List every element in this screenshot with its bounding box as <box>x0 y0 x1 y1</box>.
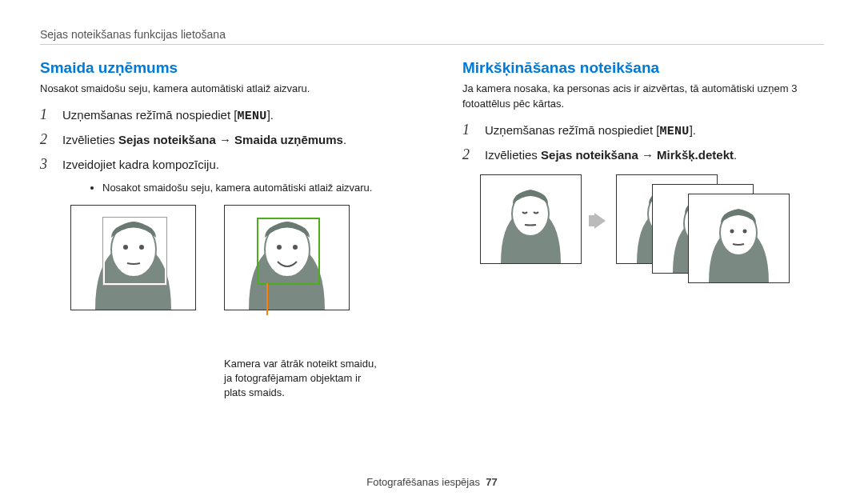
heading-smile: Smaida uzņēmums <box>40 59 414 77</box>
intro-blink: Ja kamera nosaka, ka personas acis ir ai… <box>462 82 824 112</box>
divider-line <box>40 44 824 45</box>
face-thumb-smiling <box>224 205 350 310</box>
step-1-text: Uzņemšanas režīmā nospiediet [MENU]. <box>62 108 274 123</box>
breadcrumb: Sejas noteikšanas funkcijas lietošana <box>40 28 824 41</box>
face-illustration <box>689 194 789 282</box>
callout-pointer-line <box>266 283 268 315</box>
column-blink-detect: Mirkšķināšanas noteikšana Ja kamera nosa… <box>462 59 824 401</box>
image-caption: Kamera var ātrāk noteikt smaidu, ja foto… <box>224 357 384 401</box>
step-3-text: Izveidojiet kadra kompozīciju. <box>62 158 219 171</box>
svg-point-21 <box>743 229 747 233</box>
smile-detect-frame <box>257 218 320 285</box>
face-thumb-eyes-closed <box>480 174 582 264</box>
sub-bullets: Nosakot smaidošu seju, kamera automātisk… <box>70 181 414 195</box>
step-3: 3 Izveidojiet kadra kompozīciju. <box>40 156 414 173</box>
face-thumb-burst-3 <box>688 194 790 283</box>
heading-blink: Mirkšķināšanas noteikšana <box>462 59 824 77</box>
intro-smile: Nosakot smaidošu seju, kamera automātisk… <box>40 82 414 97</box>
step-2: 2 Izvēlieties Sejas noteikšana → Mirkšķ.… <box>462 146 824 163</box>
step-1-text: Uzņemšanas režīmā nospiediet [MENU]. <box>485 123 696 138</box>
menu-label-icon: MENU <box>237 110 266 123</box>
column-smile-shot: Smaida uzņēmums Nosakot smaidošu seju, k… <box>40 59 414 401</box>
step-number: 1 <box>40 106 54 123</box>
page-footer: Fotografēšanas iespējas 77 <box>0 476 864 488</box>
face-illustration <box>481 175 581 263</box>
step-2: 2 Izvēlieties Sejas noteikšana → Smaida … <box>40 131 414 148</box>
svg-point-20 <box>730 229 734 233</box>
step-number: 3 <box>40 156 54 173</box>
blink-images <box>480 174 816 294</box>
menu-label-icon: MENU <box>659 125 689 138</box>
step-1: 1 Uzņemšanas režīmā nospiediet [MENU]. <box>462 122 824 138</box>
step-2-text: Izvēlieties Sejas noteikšana → Mirkšķ.de… <box>485 148 737 162</box>
step-1: 1 Uzņemšanas režīmā nospiediet [MENU]. <box>40 106 414 123</box>
footer-page-number: 77 <box>486 476 497 488</box>
footer-section: Fotografēšanas iespējas <box>366 476 480 488</box>
step-number: 2 <box>462 146 477 163</box>
step-number: 1 <box>462 122 477 138</box>
smile-images <box>70 205 414 349</box>
step-2-text: Izvēlieties Sejas noteikšana → Smaida uz… <box>62 133 346 146</box>
arrow-right-icon <box>594 213 606 229</box>
face-thumb-neutral <box>70 205 196 310</box>
face-detect-frame <box>103 218 166 285</box>
sub-bullet-item: Nosakot smaidošu seju, kamera automātisk… <box>102 181 414 195</box>
step-number: 2 <box>40 131 54 148</box>
